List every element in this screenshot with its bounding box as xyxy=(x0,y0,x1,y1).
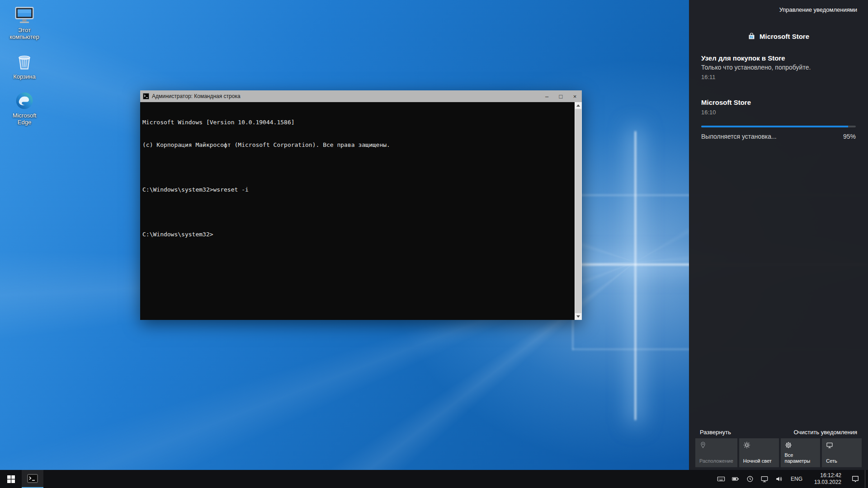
taskbar-time: 16:12:42 xyxy=(820,472,841,479)
quick-action-location[interactable]: Расположение xyxy=(695,438,737,467)
location-icon xyxy=(699,441,707,449)
install-progress-fill xyxy=(701,126,848,127)
quick-action-all-settings[interactable]: Все параметры xyxy=(781,438,821,467)
desktop-icon-recycle-bin[interactable]: Корзина xyxy=(3,51,46,80)
this-pc-icon xyxy=(14,5,34,25)
recycle-bin-icon xyxy=(14,51,34,72)
clear-notifications-link[interactable]: Очистить уведомления xyxy=(794,429,857,436)
notification-time: 16:10 xyxy=(701,109,856,116)
microsoft-store-icon xyxy=(748,33,755,40)
language-indicator[interactable]: ENG xyxy=(786,470,807,488)
network-tray-button[interactable] xyxy=(757,470,772,488)
start-button[interactable] xyxy=(0,470,22,488)
quick-action-night-light[interactable]: Ночной свет xyxy=(739,438,779,467)
taskbar-date: 13.03.2022 xyxy=(814,479,841,486)
notification-card[interactable]: Microsoft Store 16:10 Выполняется устано… xyxy=(689,99,868,140)
action-center-icon xyxy=(851,475,859,483)
install-status-text: Выполняется установка... xyxy=(701,133,777,140)
touch-keyboard-tray-button[interactable] xyxy=(714,470,728,488)
scrollbar-thumb[interactable] xyxy=(575,109,581,313)
volume-tray-button[interactable] xyxy=(772,470,786,488)
clock-sync-tray-button[interactable] xyxy=(743,470,757,488)
action-center-footer: Развернуть Очистить уведомления xyxy=(700,429,857,436)
cmd-console-output: Microsoft Windows [Version 10.0.19044.15… xyxy=(140,102,575,320)
install-progress-bar xyxy=(701,126,856,127)
notification-group-title: Microsoft Store xyxy=(760,33,809,40)
close-button[interactable]: × xyxy=(568,90,582,102)
clock-icon xyxy=(746,475,754,483)
desktop-icon-label: Этот компьютер xyxy=(6,27,42,40)
console-line: C:\Windows\system32> xyxy=(142,231,575,239)
cmd-window-title: Администратор: Командная строка xyxy=(152,93,241,99)
taskbar-cmd-button[interactable] xyxy=(22,470,43,488)
battery-icon xyxy=(731,475,740,483)
desktop-icon-microsoft-edge[interactable]: Microsoft Edge xyxy=(3,91,46,126)
cmd-taskbar-icon xyxy=(27,474,38,483)
console-line xyxy=(142,164,575,171)
volume-icon xyxy=(775,475,783,483)
taskbar: ENG 16:12:42 13.03.2022 xyxy=(0,470,868,488)
console-line: C:\Windows\system32>wsreset -i xyxy=(142,186,575,194)
action-center-panel: Управление уведомлениями Microsoft Store… xyxy=(689,0,868,470)
manage-notifications-link[interactable]: Управление уведомлениями xyxy=(779,6,857,13)
console-line: Microsoft Windows [Version 10.0.19044.15… xyxy=(142,119,575,127)
ethernet-network-icon xyxy=(760,475,769,483)
night-light-icon xyxy=(743,441,750,449)
edge-icon xyxy=(14,91,34,111)
quick-action-label: Сеть xyxy=(826,458,858,464)
settings-gear-icon xyxy=(785,441,792,449)
quick-action-label: Расположение xyxy=(699,458,733,464)
install-percent: 95% xyxy=(843,133,856,140)
notification-card[interactable]: Узел для покупок в Store Только что уста… xyxy=(689,54,868,80)
expand-link[interactable]: Развернуть xyxy=(700,429,731,436)
cmd-window: Администратор: Командная строка – □ × Mi… xyxy=(140,90,582,320)
quick-action-network[interactable]: Сеть xyxy=(822,438,862,467)
maximize-button[interactable]: □ xyxy=(554,90,568,102)
wallpaper-window-edge xyxy=(635,131,636,420)
battery-tray-button[interactable] xyxy=(728,470,743,488)
notification-title: Узел для покупок в Store xyxy=(701,54,856,63)
desktop-icon-label: Microsoft Edge xyxy=(6,112,42,126)
notification-title: Microsoft Store xyxy=(701,99,856,106)
cmd-scrollbar[interactable] xyxy=(575,102,582,320)
cmd-title-bar[interactable]: Администратор: Командная строка – □ × xyxy=(140,90,582,102)
minimize-button[interactable]: – xyxy=(540,90,554,102)
notification-time: 16:11 xyxy=(701,74,856,80)
quick-actions-row: Расположение Ночной свет Все параметры С… xyxy=(695,438,862,467)
show-desktop-button[interactable] xyxy=(865,470,868,488)
console-line: (c) Корпорация Майкрософт (Microsoft Cor… xyxy=(142,141,575,149)
desktop-icons: Этот компьютер Корзина Microsoft Edge xyxy=(3,5,46,126)
taskbar-clock[interactable]: 16:12:42 13.03.2022 xyxy=(807,470,846,488)
notification-body: Только что установлено, попробуйте. xyxy=(701,64,856,71)
quick-action-label: Все параметры xyxy=(785,452,816,464)
windows-logo-icon xyxy=(7,475,15,483)
action-center-button[interactable] xyxy=(846,470,865,488)
cmd-window-controls: – □ × xyxy=(540,90,582,102)
network-icon xyxy=(826,441,833,449)
keyboard-icon xyxy=(717,475,725,483)
scroll-up-icon[interactable] xyxy=(575,102,582,109)
desktop-icon-label: Корзина xyxy=(13,73,36,80)
cmd-icon xyxy=(143,93,149,99)
system-tray: ENG 16:12:42 13.03.2022 xyxy=(714,470,868,488)
console-line xyxy=(142,208,575,216)
quick-action-label: Ночной свет xyxy=(743,458,775,464)
desktop-icon-this-pc[interactable]: Этот компьютер xyxy=(3,5,46,40)
scroll-down-icon[interactable] xyxy=(575,313,582,320)
notification-group-header[interactable]: Microsoft Store xyxy=(689,33,868,40)
